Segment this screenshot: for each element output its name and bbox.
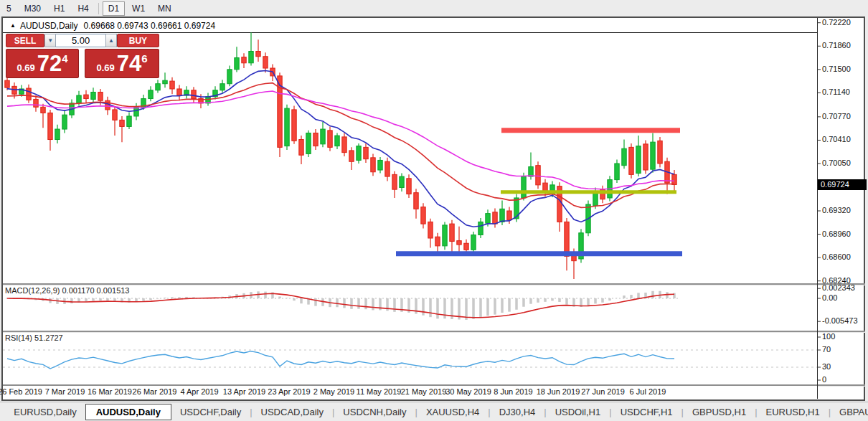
date-axis-label: 6 Jul 2019 xyxy=(630,387,666,396)
lot-decrease-button[interactable]: ▼ xyxy=(44,34,56,47)
buy-price-point: 6 xyxy=(141,52,147,65)
date-axis-label: 7 Mar 2019 xyxy=(45,387,85,396)
date-axis-label: 23 Apr 2019 xyxy=(268,387,310,396)
separator-main-macd[interactable] xyxy=(3,283,865,285)
date-axis-label: 11 May 2019 xyxy=(357,387,402,396)
date-axis-label: 13 Apr 2019 xyxy=(223,387,265,396)
macd-values: 0.001170 0.001513 xyxy=(62,286,129,295)
buy-price-pips: 74 xyxy=(117,52,141,76)
rsi-axis-label: 100 xyxy=(822,332,835,341)
chart-tab-bar: EURUSD,DailyAUDUSD,DailyUSDCHF,Daily|USD… xyxy=(0,402,868,421)
price-axis-label: 0.70770 xyxy=(822,112,851,120)
buy-price-base: 0.69 xyxy=(96,62,114,73)
price-axis-label: 0.69320 xyxy=(822,206,851,214)
chart-tab-usdcad-daily[interactable]: USDCAD,Daily xyxy=(253,405,332,420)
timeframe-toolbar: 5M30H1H4D1W1MN xyxy=(0,0,868,16)
current-price-badge: 0.69724 xyxy=(818,179,867,190)
rsi-axis-label: 30 xyxy=(822,362,831,371)
rsi-label: RSI(14) 51.2727 xyxy=(5,334,63,342)
macd-axis-label: -0.005473 xyxy=(822,316,858,325)
chart-tab-eurusd-h1[interactable]: EURUSD,H1 xyxy=(758,405,829,420)
date-axis-label: 27 Jun 2019 xyxy=(581,387,625,396)
macd-axis-label: 0.00 xyxy=(822,293,837,302)
rsi-axis-label: 0 xyxy=(822,375,826,384)
lot-increase-button[interactable]: ▲ xyxy=(105,34,117,47)
price-axis-label: 0.68960 xyxy=(822,230,851,238)
chart-tab-usdchf-daily[interactable]: USDCHF,Daily xyxy=(171,405,250,420)
macd-label: MACD(12,26,9) 0.001170 0.001513 xyxy=(5,286,129,295)
sell-price-point: 4 xyxy=(62,52,67,65)
sell-price-box[interactable]: 0.69 72 4 xyxy=(6,49,79,78)
price-axis-label: 0.72220 xyxy=(822,18,851,27)
separator-macd-rsi[interactable] xyxy=(3,331,865,333)
timeframe-button-w1[interactable]: W1 xyxy=(126,1,151,16)
chart-title-bar: ▲ AUDUSD,Daily 0.69668 0.69743 0.69661 0… xyxy=(3,19,817,33)
date-axis-label: 4 Apr 2019 xyxy=(180,387,218,396)
chart-ohlc-values: 0.69668 0.69743 0.69661 0.69724 xyxy=(84,21,216,31)
timeframe-button-mn[interactable]: MN xyxy=(152,1,177,16)
macd-axis-label: 0.002343 xyxy=(822,283,855,292)
date-axis-label: 30 May 2019 xyxy=(445,387,491,396)
price-axis-label: 0.71860 xyxy=(822,41,851,49)
chart-tab-audusd-daily[interactable]: AUDUSD,Daily xyxy=(85,404,171,420)
sell-button[interactable]: SELL xyxy=(6,34,44,47)
chart-tab-eurusd-daily[interactable]: EURUSD,Daily xyxy=(5,405,85,420)
timeframe-button-d1[interactable]: D1 xyxy=(103,1,125,16)
chart-tab-gbpusd-h1[interactable]: GBPUSD,H1 xyxy=(684,405,755,420)
one-click-trade-panel: SELL ▼ 5.00 ▲ BUY 0.69 72 4 0.69 74 6 xyxy=(6,34,159,78)
date-axis-label: 21 May 2019 xyxy=(401,387,447,396)
rsi-name: RSI(14) xyxy=(5,334,32,342)
lot-size-field[interactable]: 5.00 xyxy=(56,34,105,47)
timeframe-button-5[interactable]: 5 xyxy=(1,1,17,16)
date-axis-label: 26 Feb 2019 xyxy=(0,387,42,396)
date-axis-label: 16 Mar 2019 xyxy=(88,387,132,396)
sell-price-base: 0.69 xyxy=(16,62,34,73)
buy-price-box[interactable]: 0.69 74 6 xyxy=(85,49,159,78)
chart-tab-usdchf-h1[interactable]: USDCHF,H1 xyxy=(612,405,681,420)
chart-tab-usdoil-h1[interactable]: USDOil,H1 xyxy=(547,405,610,420)
price-axis-label: 0.71500 xyxy=(822,65,851,73)
sell-price-pips: 72 xyxy=(37,52,62,76)
rsi-value: 51.2727 xyxy=(34,334,63,342)
chart-tab-gbpaud-h1[interactable]: GBPAUD,H1 xyxy=(831,405,868,420)
price-axis-border xyxy=(817,18,818,399)
toolbar-separator xyxy=(98,3,99,14)
timeframe-button-h4[interactable]: H4 xyxy=(72,1,94,16)
date-axis: 26 Feb 20197 Mar 201916 Mar 201926 Mar 2… xyxy=(3,386,817,399)
date-axis-label: 2 May 2019 xyxy=(313,387,354,396)
date-axis-label: 18 Jun 2019 xyxy=(537,387,580,396)
buy-button[interactable]: BUY xyxy=(117,34,159,47)
price-axis-label: 0.70050 xyxy=(822,159,851,167)
price-axis-label: 0.71140 xyxy=(822,87,850,96)
date-axis-label: 8 Jun 2019 xyxy=(494,387,532,396)
timeframe-button-h1[interactable]: H1 xyxy=(48,1,70,16)
date-axis-label: 26 Mar 2019 xyxy=(133,387,177,396)
macd-name: MACD(12,26,9) xyxy=(5,286,60,295)
chart-tab-dj30-h4[interactable]: DJ30,H4 xyxy=(491,405,544,420)
price-axis-label: 0.70410 xyxy=(822,135,851,143)
timeframe-button-m30[interactable]: M30 xyxy=(19,1,47,16)
price-axis-label: 0.68600 xyxy=(822,252,851,261)
chart-tab-usdcnh-daily[interactable]: USDCNH,Daily xyxy=(334,405,415,420)
trading-app-window: 5M30H1H4D1W1MN ▲ AUDUSD,Daily 0.69668 0.… xyxy=(0,0,868,421)
chart-tab-xauusd-h4[interactable]: XAUUSD,H4 xyxy=(418,405,488,420)
chart-symbol-label: AUDUSD,Daily xyxy=(20,21,78,31)
rsi-axis-label: 70 xyxy=(822,345,831,354)
collapse-triangle-icon[interactable]: ▲ xyxy=(10,22,16,29)
